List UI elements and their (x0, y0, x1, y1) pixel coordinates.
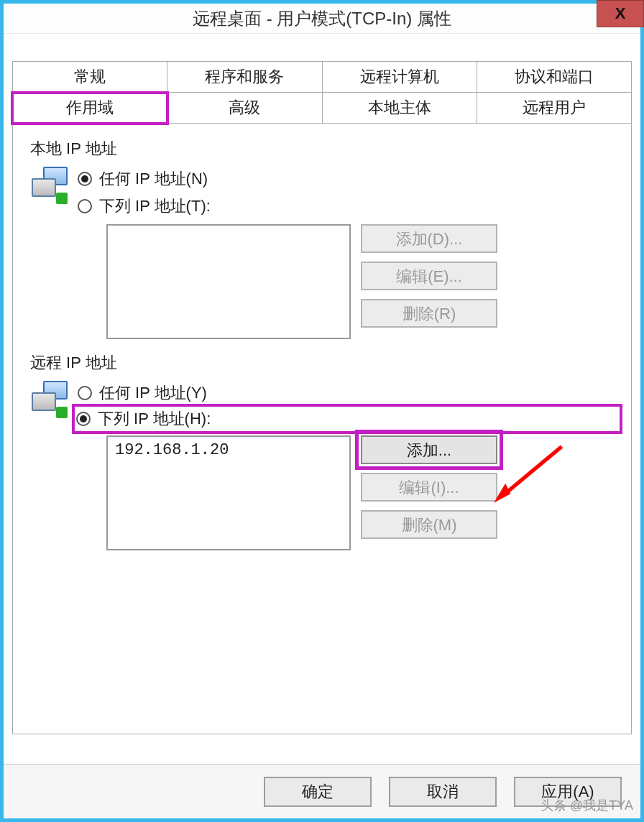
tab-remote-computers[interactable]: 远程计算机 (322, 61, 477, 93)
window-title: 远程桌面 - 用户模式(TCP-In) 属性 (193, 7, 451, 30)
cancel-button[interactable]: 取消 (389, 777, 497, 807)
tab-local-principals[interactable]: 本地主体 (322, 93, 477, 124)
local-remove-button: 删除(R) (361, 299, 497, 328)
tab-remote-users[interactable]: 远程用户 (477, 93, 632, 124)
remote-any-ip-label: 任何 IP 地址(Y) (99, 382, 207, 404)
tab-panel-scope: 本地 IP 地址 任何 IP 地址(N) 下列 IP 地址(T): (12, 124, 632, 734)
remote-remove-button: 删除(M) (361, 510, 497, 539)
network-icon (30, 167, 70, 207)
remote-any-ip-radio[interactable] (78, 386, 92, 400)
tab-general[interactable]: 常规 (12, 61, 167, 93)
local-edit-button: 编辑(E)... (361, 262, 497, 290)
close-button[interactable]: X (597, 0, 644, 27)
local-ip-listbox (106, 224, 351, 339)
remote-edit-button: 编辑(I)... (361, 473, 497, 502)
tab-protocols-ports[interactable]: 协议和端口 (477, 61, 632, 93)
local-ip-label: 本地 IP 地址 (30, 138, 620, 160)
remote-ip-listbox[interactable]: 192.168.1.20 (106, 435, 351, 550)
remote-these-ip-label: 下列 IP 地址(H): (98, 408, 211, 430)
tab-programs[interactable]: 程序和服务 (167, 61, 322, 93)
tab-strip: 常规 程序和服务 远程计算机 协议和端口 作用域 高级 本地主体 远程用户 (12, 61, 632, 124)
remote-add-button[interactable]: 添加... (361, 435, 497, 464)
remote-these-ip-radio[interactable] (76, 412, 91, 426)
titlebar: 远程桌面 - 用户模式(TCP-In) 属性 X (4, 4, 640, 34)
network-icon (30, 381, 70, 421)
local-these-ip-label: 下列 IP 地址(T): (99, 195, 211, 217)
local-any-ip-radio[interactable] (78, 172, 92, 186)
tab-advanced[interactable]: 高级 (167, 93, 322, 124)
local-these-ip-radio[interactable] (78, 199, 92, 213)
local-any-ip-label: 任何 IP 地址(N) (99, 168, 208, 190)
tab-scope[interactable]: 作用域 (12, 93, 167, 124)
local-add-button: 添加(D)... (361, 224, 497, 253)
remote-ip-label: 远程 IP 地址 (30, 352, 620, 374)
list-item[interactable]: 192.168.1.20 (115, 441, 342, 459)
ok-button[interactable]: 确定 (264, 777, 372, 807)
watermark-text: 头条 @我是TYA (540, 797, 633, 814)
